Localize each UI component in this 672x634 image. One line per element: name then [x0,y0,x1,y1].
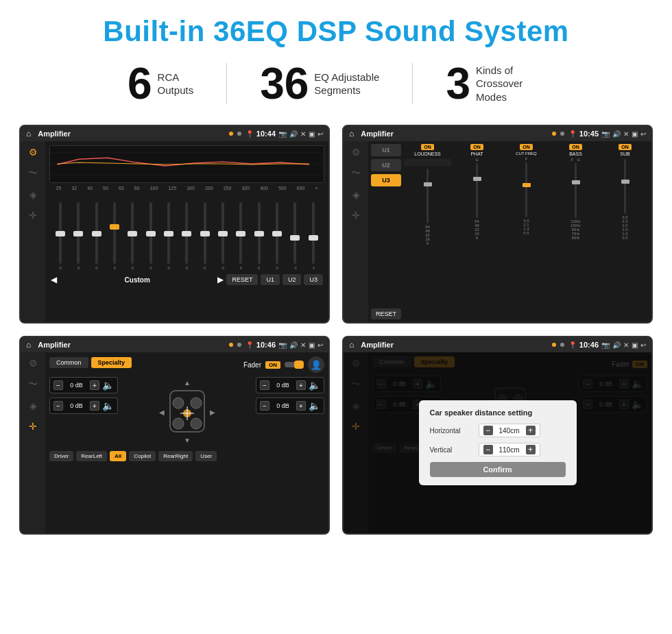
dialog-vertical-row: Vertical − 110cm + [430,443,566,456]
btn-rearleft[interactable]: RearLeft [76,451,107,461]
speaker-side-icon-2[interactable]: ◈ [352,189,360,200]
vol-plus-3[interactable]: + [296,401,306,411]
eq-icon-2[interactable]: ⚙ [352,147,361,158]
dialog-title: Car speaker distance setting [430,409,566,417]
slider-10: 0 [232,202,249,270]
back-icon-2[interactable]: ↩ [640,130,646,138]
screen-icon-4: ▣ [632,341,638,349]
app-name-4: Amplifier [361,341,548,349]
xover-bass: ON BASS F G 120Hz 100Hz 80Hz 70Hz 60Hz [552,144,599,319]
slider-4: 0 [124,202,141,270]
btn-rearright[interactable]: RearRight [158,451,193,461]
sidebar-1: ⚙ 〜 ◈ ✛ [21,141,45,322]
play-dot-2 [560,132,564,136]
vol-plus-0[interactable]: + [90,380,99,390]
back-icon-1[interactable]: ↩ [317,130,323,138]
cross-icon-2[interactable]: ✛ [352,210,360,221]
preset-label: Custom [60,276,215,284]
slider-1: 0 [70,202,86,270]
loudness-badge: ON [421,144,434,150]
cross-icon-3[interactable]: ✛ [29,421,37,432]
vertical-plus[interactable]: + [526,445,536,454]
tab-specialty[interactable]: Specialty [91,357,132,368]
vol-minus-3[interactable]: − [260,401,269,411]
x-icon-2[interactable]: ✕ [623,130,629,138]
time-1: 10:44 [256,130,276,138]
crossover-main-panel: U1 U2 U3 RESET ON LOUDNESS 64 [368,141,651,322]
reset-button-1[interactable]: RESET [226,274,258,285]
loudness-label: LOUDNESS [414,151,441,156]
horizontal-plus[interactable]: + [526,426,536,435]
prev-arrow[interactable]: ◀ [51,275,57,284]
vol-minus-0[interactable]: − [53,380,63,390]
stats-row: 6 RCA Outputs 36 EQ Adjustable Segments … [0,55,672,118]
vol-minus-2[interactable]: − [260,380,269,390]
x-icon-4[interactable]: ✕ [623,341,629,349]
fader-left-volumes: − 0 dB + 🔈 − 0 dB + 🔈 [49,377,118,446]
sidebar-2: ⚙ 〜 ◈ ✛ [344,141,368,322]
speaker-side-icon-3[interactable]: ◈ [29,400,37,411]
screens-grid: ⌂ Amplifier 📍 10:44 📷 🔊 ✕ ▣ ↩ ⚙ 〜 ◈ ✛ [0,118,672,541]
pin-icon-3: 📍 [245,341,254,349]
u1-button[interactable]: U1 [261,274,280,285]
sidebar-3: ⚙ 〜 ◈ ✛ [21,352,45,533]
svg-text:▲: ▲ [184,379,191,387]
preset-u3[interactable]: U3 [371,174,401,186]
eq-icon-3[interactable]: ⚙ [29,358,38,369]
vol-minus-1[interactable]: − [53,401,63,411]
svg-point-10 [191,418,202,429]
slider-7: 0 [178,202,195,270]
status-dot-2 [552,132,556,136]
status-dot-1 [229,132,233,136]
btn-copilot[interactable]: Copilot [129,451,156,461]
back-icon-3[interactable]: ↩ [317,341,323,349]
eq-icon-1[interactable]: ⚙ [29,147,38,158]
screen1-content: ⚙ 〜 ◈ ✛ [21,141,328,322]
vol-plus-2[interactable]: + [296,380,306,390]
btn-all[interactable]: All [110,451,126,461]
slider-13: -1 [287,202,303,270]
screen-icon-2: ▣ [632,130,638,138]
dialog-overlay: Car speaker distance setting Horizontal … [344,352,651,533]
home-icon-1[interactable]: ⌂ [26,129,31,138]
pin-icon-4: 📍 [568,341,577,349]
eq-freq-labels: 2532405063 80100125160200 25032040050063… [49,186,324,191]
vol-icon-4: 🔊 [612,341,621,349]
phat-badge: ON [470,144,483,150]
screen2-content: ⚙ 〜 ◈ ✛ U1 U2 U3 RESET ON [344,141,651,322]
back-icon-4[interactable]: ↩ [640,341,646,349]
horizontal-minus[interactable]: − [483,426,493,435]
profile-icon[interactable]: 👤 [311,360,322,370]
camera-icon-3: 📷 [278,341,287,349]
wave-icon-1[interactable]: 〜 [28,167,38,180]
vol-plus-1[interactable]: + [90,401,99,411]
cross-icon-1[interactable]: ✛ [29,210,37,221]
speaker-icon-2: 🔈 [309,380,320,391]
wave-icon-2[interactable]: 〜 [351,167,361,180]
slider-6: 0 [160,202,177,270]
eq-graph [49,145,324,183]
btn-driver[interactable]: Driver [49,451,73,461]
home-icon-3[interactable]: ⌂ [26,340,31,350]
x-icon-1[interactable]: ✕ [300,130,306,138]
vertical-minus[interactable]: − [483,445,493,454]
next-arrow[interactable]: ▶ [217,275,224,284]
u3-button[interactable]: U3 [304,274,323,285]
wave-icon-3[interactable]: 〜 [28,378,38,391]
status-bar-1: ⌂ Amplifier 📍 10:44 📷 🔊 ✕ ▣ ↩ [21,126,328,141]
home-icon-2[interactable]: ⌂ [349,129,354,138]
dialog-vertical-label: Vertical [430,446,475,454]
speaker-side-icon-1[interactable]: ◈ [29,189,37,200]
u2-button[interactable]: U2 [283,274,302,285]
reset-button-2[interactable]: RESET [371,308,401,319]
stat-eq-number: 36 [260,62,309,106]
home-icon-4[interactable]: ⌂ [349,340,354,350]
btn-user[interactable]: User [195,451,217,461]
preset-u1[interactable]: U1 [371,144,401,156]
x-icon-3[interactable]: ✕ [300,341,306,349]
tab-common[interactable]: Common [49,357,88,368]
confirm-button[interactable]: Confirm [430,462,566,477]
screen-icon-3: ▣ [309,341,315,349]
preset-u2[interactable]: U2 [371,159,401,171]
more-icon[interactable]: » [315,186,317,191]
